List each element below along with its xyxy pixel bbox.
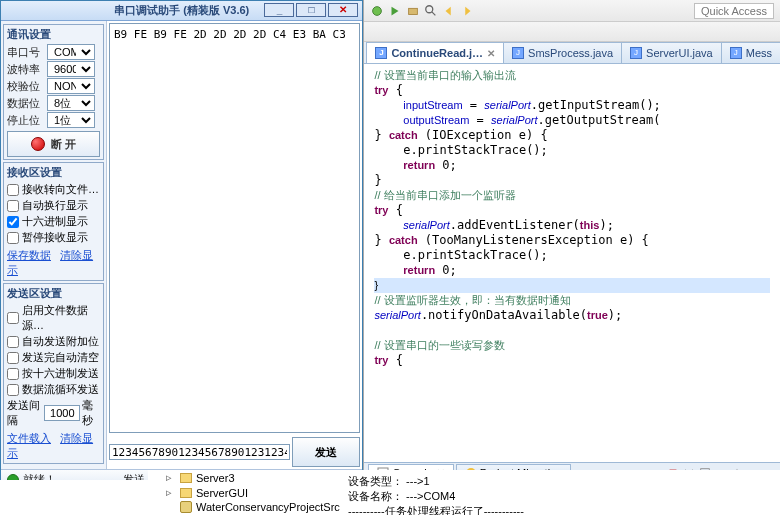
svg-rect-2 xyxy=(409,8,418,14)
folder-icon xyxy=(180,473,192,483)
java-file-icon: J xyxy=(375,47,387,59)
java-file-icon: J xyxy=(630,47,642,59)
tx-auto-append-checkbox[interactable]: 自动发送附加位 xyxy=(7,334,100,349)
file-load-link[interactable]: 文件载入 xyxy=(7,432,51,444)
rx-display-area[interactable]: B9 FE B9 FE 2D 2D 2D 2D C4 E3 BA C3 xyxy=(109,23,360,433)
tree-item-server3[interactable]: ▹Server3 xyxy=(148,470,348,485)
tab-continueread[interactable]: JContinueRead.j…✕ xyxy=(366,42,504,63)
code-editor[interactable]: // 设置当前串口的输入输出流 try { inputStream = seri… xyxy=(364,64,780,462)
tx-settings-group: 发送区设置 启用文件数据源… 自动发送附加位 发送完自动清空 按十六进制发送 数… xyxy=(3,283,104,464)
close-icon[interactable]: ✕ xyxy=(487,48,495,59)
tx-clear-after-checkbox[interactable]: 发送完自动清空 xyxy=(7,350,100,365)
svg-marker-6 xyxy=(466,6,471,15)
rx-auto-newline-checkbox[interactable]: 自动换行显示 xyxy=(7,198,100,213)
rx-hex-display-checkbox[interactable]: 十六进制显示 xyxy=(7,214,100,229)
rx-settings-group: 接收区设置 接收转向文件… 自动换行显示 十六进制显示 暂停接收显示 保存数据 … xyxy=(3,162,104,281)
minimize-button[interactable]: _ xyxy=(264,3,294,17)
eclipse-ide: Quick Access JContinueRead.j…✕ JSmsProce… xyxy=(363,0,780,515)
stopbits-select[interactable]: 1位 xyxy=(47,112,95,128)
quick-access-input[interactable]: Quick Access xyxy=(694,3,774,19)
nav-forward-icon[interactable] xyxy=(460,4,474,18)
svg-marker-5 xyxy=(446,6,451,15)
parity-select[interactable]: NONE xyxy=(47,78,95,94)
save-data-link[interactable]: 保存数据 xyxy=(7,249,51,261)
group-title: 接收区设置 xyxy=(7,165,100,180)
folder-icon xyxy=(180,488,192,498)
package-explorer-fragment: ▹Server3 ▹ServerGUI WaterConservancyProj… xyxy=(148,470,348,514)
reference-icon xyxy=(180,501,192,513)
record-icon xyxy=(31,137,45,151)
serial-debug-window: 串口调试助手 (精装版 V3.6) _ □ ✕ 通讯设置 串口号COM3 波特率… xyxy=(0,0,363,490)
debug-icon[interactable] xyxy=(370,4,384,18)
parity-label: 校验位 xyxy=(7,79,45,94)
svg-point-0 xyxy=(373,6,382,15)
port-select[interactable]: COM3 xyxy=(47,44,95,60)
disconnect-label: 断 开 xyxy=(51,137,76,152)
console-line: 设备类型： --->1 xyxy=(348,474,772,489)
search-icon[interactable] xyxy=(424,4,438,18)
tx-hex-send-checkbox[interactable]: 按十六进制发送 xyxy=(7,366,100,381)
comm-settings-group: 通讯设置 串口号COM3 波特率9600 校验位NONE 数据位8位 停止位1位… xyxy=(3,24,104,160)
rx-pause-checkbox[interactable]: 暂停接收显示 xyxy=(7,230,100,245)
interval-input[interactable] xyxy=(44,405,80,421)
port-label: 串口号 xyxy=(7,45,45,60)
console-output[interactable]: 设备类型： --->1 设备名称： --->COM4 ----------任务处… xyxy=(340,470,780,515)
svg-marker-1 xyxy=(392,6,399,15)
rx-to-file-checkbox[interactable]: 接收转向文件… xyxy=(7,182,100,197)
tab-mess[interactable]: JMess xyxy=(721,42,780,63)
java-file-icon: J xyxy=(512,47,524,59)
tx-loop-send-checkbox[interactable]: 数据流循环发送 xyxy=(7,382,100,397)
ide-toolbar-secondary xyxy=(364,22,780,42)
svg-line-4 xyxy=(432,11,436,15)
databits-select[interactable]: 8位 xyxy=(47,95,95,111)
disconnect-button[interactable]: 断 开 xyxy=(7,131,100,157)
tx-file-source-checkbox[interactable]: 启用文件数据源… xyxy=(7,303,100,333)
svg-point-3 xyxy=(426,5,433,12)
window-titlebar[interactable]: 串口调试助手 (精装版 V3.6) _ □ ✕ xyxy=(1,1,362,21)
status-ready: 就绪！ xyxy=(7,472,56,487)
window-title: 串口调试助手 (精装版 V3.6) xyxy=(114,3,249,18)
ide-toolbar: Quick Access xyxy=(364,0,780,22)
baud-label: 波特率 xyxy=(7,62,45,77)
run-icon[interactable] xyxy=(388,4,402,18)
interval-label: 发送间隔 xyxy=(7,398,42,428)
interval-unit: 毫秒 xyxy=(82,398,100,428)
tab-smsprocess[interactable]: JSmsProcess.java xyxy=(503,42,622,63)
maximize-button[interactable]: □ xyxy=(296,3,326,17)
console-line: ----------任务处理线程运行了----------- xyxy=(348,504,772,515)
console-line: 设备名称： --->COM4 xyxy=(348,489,772,504)
stopbits-label: 停止位 xyxy=(7,113,45,128)
editor-tabs: JContinueRead.j…✕ JSmsProcess.java JServ… xyxy=(364,42,780,64)
tx-input[interactable] xyxy=(109,444,290,460)
close-button[interactable]: ✕ xyxy=(328,3,358,17)
tree-item-servergui[interactable]: ▹ServerGUI xyxy=(148,485,348,500)
tree-item-waterproject[interactable]: WaterConservancyProjectSrc xyxy=(148,500,348,514)
package-icon[interactable] xyxy=(406,4,420,18)
group-title: 发送区设置 xyxy=(7,286,100,301)
nav-back-icon[interactable] xyxy=(442,4,456,18)
tab-serverui[interactable]: JServerUI.java xyxy=(621,42,722,63)
java-file-icon: J xyxy=(730,47,742,59)
send-button[interactable]: 发送 xyxy=(292,437,360,467)
baud-select[interactable]: 9600 xyxy=(47,61,95,77)
databits-label: 数据位 xyxy=(7,96,45,111)
group-title: 通讯设置 xyxy=(7,27,100,42)
